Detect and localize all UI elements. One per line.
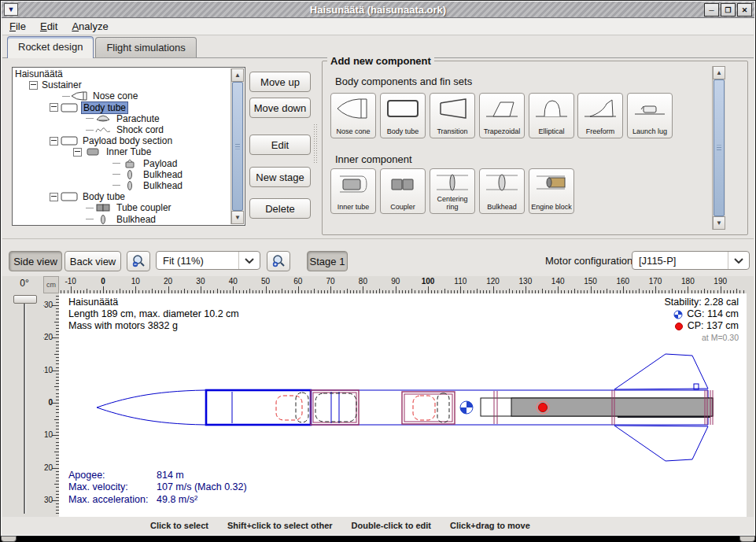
hint-shift-click: Shift+click to select other bbox=[227, 521, 333, 530]
tree-row-shock-cord[interactable]: Shock cord bbox=[13, 124, 230, 135]
acceleration-label: Max. acceleration: bbox=[68, 494, 157, 507]
motor-configuration-select[interactable]: [J115-P] bbox=[632, 251, 750, 270]
tree-scrollbar[interactable]: ▲ ▼ bbox=[230, 68, 244, 224]
add-trapezoidal-fin-button[interactable]: Trapezoidal bbox=[479, 93, 525, 138]
new-stage-button[interactable]: New stage bbox=[249, 167, 311, 187]
body-tube-icon bbox=[61, 136, 78, 146]
move-down-button[interactable]: Move down bbox=[249, 98, 311, 118]
apogee-label: Apogee: bbox=[68, 470, 157, 482]
expander-icon[interactable] bbox=[50, 103, 58, 112]
add-engine-block-button[interactable]: Engine block bbox=[529, 168, 574, 214]
rocket-info: Haisunäätä Length 189 cm, max. diameter … bbox=[68, 297, 239, 332]
move-up-button[interactable]: Move up bbox=[249, 72, 311, 92]
zoom-select[interactable]: Fit (11%) bbox=[156, 251, 260, 270]
rocket-inner-tube[interactable] bbox=[315, 393, 356, 422]
add-body-tube-button[interactable]: Body tube bbox=[380, 93, 426, 138]
resize-corner-left[interactable] bbox=[1, 536, 17, 542]
rotation-slider-thumb[interactable] bbox=[13, 295, 37, 304]
edit-button[interactable]: Edit bbox=[249, 135, 311, 155]
apogee-value: 814 m bbox=[157, 470, 184, 482]
tree-row-tube-coupler[interactable]: Tube coupler bbox=[13, 202, 230, 213]
scroll-down-icon[interactable]: ▼ bbox=[713, 216, 725, 230]
add-inner-tube-button[interactable]: Inner tube bbox=[330, 168, 376, 214]
inner-tube-icon bbox=[335, 172, 371, 196]
rocket-tube-coupler[interactable] bbox=[402, 392, 455, 424]
rotation-slider[interactable] bbox=[24, 298, 26, 514]
rocket-parachute[interactable] bbox=[276, 396, 302, 420]
delete-button[interactable]: Delete bbox=[249, 198, 311, 219]
expander-icon[interactable] bbox=[50, 137, 58, 146]
tree-row-bulkhead-2[interactable]: Bulkhead bbox=[13, 180, 230, 191]
scrollbar-thumb[interactable] bbox=[714, 79, 725, 216]
close-button[interactable]: ✕ bbox=[737, 3, 752, 17]
scroll-down-icon[interactable]: ▼ bbox=[231, 211, 244, 224]
selected-tree-item[interactable]: Body tube bbox=[81, 101, 128, 114]
panel-title: Add new component bbox=[327, 55, 434, 67]
stage-1-toggle[interactable]: Stage 1 bbox=[307, 251, 348, 271]
add-centering-ring-button[interactable]: Centering ring bbox=[430, 168, 475, 214]
tree-row-rocket[interactable]: Haisunäätä bbox=[13, 68, 230, 79]
stability-value: Stability: 2.28 cal bbox=[665, 297, 739, 308]
scroll-up-icon[interactable]: ▲ bbox=[231, 68, 244, 82]
trapezoidal-fin-icon bbox=[484, 97, 520, 120]
rocket-nose-cone[interactable] bbox=[97, 390, 205, 425]
tree-row-body-tube[interactable]: Body tube bbox=[13, 102, 230, 113]
launch-lug-icon bbox=[632, 97, 668, 120]
tree-row-body-tube-2[interactable]: Body tube bbox=[13, 191, 230, 202]
menu-bar: File Edit Analyze bbox=[2, 18, 754, 35]
cp-marker bbox=[537, 401, 549, 414]
tree-row-stage[interactable]: Sustainer bbox=[13, 79, 230, 90]
minimize-button[interactable]: ─ bbox=[704, 3, 719, 17]
freeform-fin-icon bbox=[582, 97, 618, 120]
cp-value: CP: 137 cm bbox=[688, 320, 739, 332]
add-launch-lug-button[interactable]: Launch lug bbox=[627, 93, 673, 138]
flight-info: Apogee:814 m Max. velocity:107 m/s (Mach… bbox=[68, 470, 247, 507]
scroll-up-icon[interactable]: ▲ bbox=[713, 66, 725, 79]
zoom-out-button[interactable] bbox=[127, 251, 150, 271]
add-coupler-button[interactable]: Coupler bbox=[380, 168, 426, 214]
add-bulkhead-button[interactable]: Bulkhead bbox=[479, 168, 525, 214]
tree-row-payload-section[interactable]: Payload body section bbox=[13, 135, 230, 146]
resize-corner-right[interactable] bbox=[739, 536, 755, 542]
expander-icon[interactable] bbox=[29, 81, 38, 90]
add-nose-cone-button[interactable]: Nose cone bbox=[330, 93, 376, 138]
rocket-fin-bottom[interactable] bbox=[614, 426, 708, 461]
nose-cone-icon bbox=[335, 97, 371, 120]
tree-row-bulkhead-1[interactable]: Bulkhead bbox=[13, 169, 230, 180]
parachute-icon bbox=[94, 114, 112, 124]
rocket-body-tube-selected[interactable] bbox=[206, 390, 311, 425]
component-tree[interactable]: Haisunäätä Sustainer Nose cone Body tube… bbox=[12, 67, 245, 226]
stability-info: Stability: 2.28 cal CG: 114 cm CP: 137 c… bbox=[665, 297, 739, 344]
add-elliptical-fin-button[interactable]: Elliptical bbox=[529, 93, 574, 138]
mach-condition: at M=0.30 bbox=[665, 332, 739, 344]
back-view-button[interactable]: Back view bbox=[65, 251, 121, 271]
expander-icon[interactable] bbox=[50, 193, 58, 201]
menu-file[interactable]: File bbox=[2, 19, 33, 34]
zoom-in-icon bbox=[271, 254, 286, 268]
title-bar[interactable]: ▼ Haisunäätä (haisunaata.ork) ─ ❐ ✕ bbox=[2, 2, 754, 18]
maximize-button[interactable]: ❐ bbox=[721, 3, 736, 17]
add-freeform-fin-button[interactable]: Freeform bbox=[577, 93, 623, 138]
tree-row-payload[interactable]: Payload bbox=[13, 158, 230, 169]
expander-icon[interactable] bbox=[73, 148, 82, 157]
tree-row-parachute[interactable]: Parachute bbox=[13, 113, 230, 124]
add-transition-button[interactable]: Transition bbox=[430, 93, 475, 138]
zoom-in-button[interactable] bbox=[267, 251, 290, 271]
tree-row-bulkhead-3[interactable]: Bulkhead bbox=[13, 213, 230, 224]
coupler-icon bbox=[385, 172, 421, 196]
h-ruler: -100102030405060708090100110120130140150… bbox=[59, 276, 747, 294]
tab-rocket-design[interactable]: Rocket design bbox=[7, 36, 94, 58]
tree-row-inner-tube[interactable]: Inner Tube bbox=[13, 146, 230, 157]
splitter[interactable] bbox=[312, 61, 319, 238]
tree-row-nose-cone[interactable]: Nose cone bbox=[13, 90, 230, 101]
menu-analyze[interactable]: Analyze bbox=[65, 19, 115, 34]
component-scrollbar[interactable]: ▲ ▼ bbox=[712, 66, 725, 230]
rocket-diagram-area: 0° cm -100102030405060708090100110120130… bbox=[2, 276, 754, 517]
rocket-payload-section[interactable] bbox=[311, 390, 359, 425]
side-view-button[interactable]: Side view bbox=[9, 251, 62, 271]
menu-edit[interactable]: Edit bbox=[33, 19, 65, 34]
tab-flight-simulations[interactable]: Flight simulations bbox=[95, 37, 196, 58]
scrollbar-thumb[interactable] bbox=[232, 82, 243, 211]
body-tube-icon bbox=[61, 192, 78, 201]
rocket-canvas[interactable]: Haisunäätä Length 189 cm, max. diameter … bbox=[59, 293, 747, 517]
